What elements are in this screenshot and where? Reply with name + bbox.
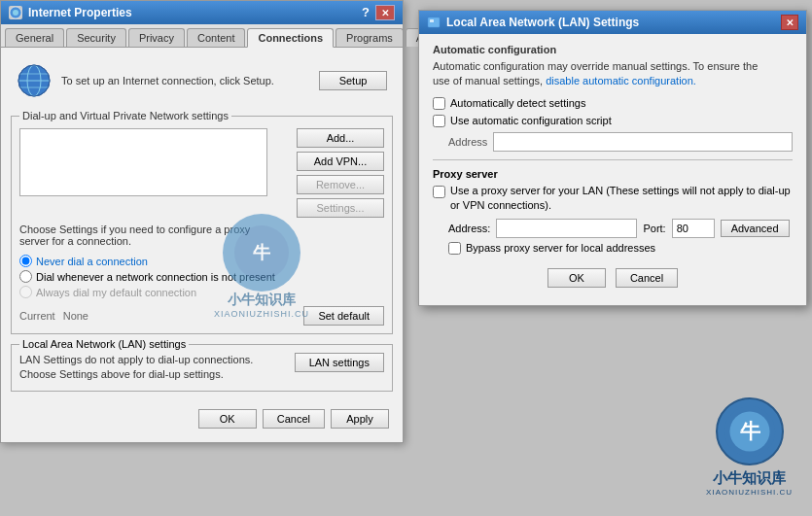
proxy-address-input[interactable] — [496, 219, 637, 238]
settings-button[interactable]: Settings... — [297, 198, 384, 218]
proxy-title: Proxy server — [433, 168, 793, 180]
radio-always-label: Always dial my default connection — [36, 287, 196, 298]
add-button[interactable]: Add... — [297, 128, 384, 148]
current-value: None — [63, 310, 88, 322]
internet-properties-titlebar: Internet Properties ? ✕ — [1, 1, 403, 24]
lan-text-line2: Choose Settings above for dial-up settin… — [19, 367, 253, 382]
tab-privacy[interactable]: Privacy — [128, 28, 185, 47]
bypass-row: Bypass proxy server for local addresses — [448, 242, 793, 255]
auto-config-title: Automatic configuration — [433, 44, 793, 55]
window-icon — [9, 6, 22, 19]
tab-programs[interactable]: Programs — [335, 28, 404, 47]
set-default-button[interactable]: Set default — [303, 306, 384, 326]
titlebar-left: Internet Properties — [9, 6, 132, 19]
logo-cn-text: 小牛知识库 — [706, 469, 793, 488]
radio-never-input[interactable] — [19, 255, 32, 267]
auto-config-desc1: Automatic configuration may override man… — [433, 60, 758, 72]
tab-connections[interactable]: Connections — [247, 28, 334, 48]
svg-rect-11 — [430, 19, 434, 22]
lan-description: LAN Settings do not apply to dial-up con… — [19, 353, 253, 383]
dialog-divider — [433, 159, 793, 160]
port-label: Port: — [643, 223, 665, 234]
proxy-configure-text: Choose Settings if you need to configure… — [19, 224, 267, 247]
auto-detect-row: Automatically detect settings — [433, 97, 793, 110]
dial-radio-group: Never dial a connection Dial whenever a … — [19, 255, 384, 298]
use-script-label: Use automatic configuration script — [450, 115, 612, 126]
lan-section: Local Area Network (LAN) settings LAN Se… — [11, 344, 393, 392]
dialog-icon — [427, 16, 441, 29]
logo-watermark: 牛 小牛知识库 XIAONIUZHISHI.CU — [706, 397, 793, 497]
radio-whenever-input[interactable] — [19, 270, 32, 283]
svg-point-13 — [729, 411, 769, 451]
proxy-checkbox[interactable] — [433, 186, 445, 198]
lan-dialog-close-button[interactable]: ✕ — [781, 15, 798, 30]
titlebar-controls: ? ✕ — [362, 5, 395, 20]
logo-circle: 牛 — [716, 397, 784, 465]
use-script-row: Use automatic configuration script — [433, 115, 793, 127]
bypass-label: Bypass proxy server for local addresses — [466, 242, 655, 254]
lan-dialog-title: Local Area Network (LAN) Settings — [446, 16, 639, 29]
lan-ok-button[interactable]: OK — [547, 268, 606, 288]
vpn-buttons: Add... Add VPN... Remove... Settings... — [297, 128, 384, 218]
radio-always-input[interactable] — [19, 286, 32, 298]
lan-dialog-content: Automatic configuration Automatic config… — [419, 34, 806, 305]
disable-link[interactable]: disable automatic configuration. — [546, 75, 696, 86]
bottom-buttons: OK Cancel Apply — [11, 401, 393, 432]
script-address-row: Address — [448, 132, 793, 152]
internet-properties-window: Internet Properties ? ✕ General Security… — [0, 0, 404, 443]
radio-never: Never dial a connection — [19, 255, 384, 267]
setup-button[interactable]: Setup — [319, 71, 387, 90]
advanced-button[interactable]: Advanced — [721, 220, 790, 237]
setup-section: To set up an Internet connection, click … — [11, 57, 393, 104]
proxy-address-row: Address: Port: Advanced — [448, 219, 793, 238]
tab-bar: General Security Privacy Content Connect… — [1, 24, 403, 48]
dialup-content: Add... Add VPN... Remove... Settings... — [19, 128, 384, 218]
current-connection-row: Current None Set default — [19, 306, 384, 326]
lan-content: LAN Settings do not apply to dial-up con… — [19, 353, 384, 383]
tab-security[interactable]: Security — [66, 28, 126, 47]
remove-button[interactable]: Remove... — [297, 175, 384, 194]
svg-point-12 — [724, 406, 774, 457]
add-vpn-button[interactable]: Add VPN... — [297, 152, 384, 171]
dialog-titlebar-left: Local Area Network (LAN) Settings — [427, 16, 639, 29]
use-script-checkbox[interactable] — [433, 115, 445, 127]
auto-config-desc: Automatic configuration may override man… — [433, 59, 793, 89]
proxy-use-row: Use a proxy server for your LAN (These s… — [433, 184, 793, 214]
close-button[interactable]: ✕ — [375, 5, 395, 20]
radio-whenever-label: Dial whenever a network connection is no… — [36, 271, 275, 283]
current-label: Current — [19, 310, 55, 322]
lan-cancel-button[interactable]: Cancel — [616, 268, 678, 288]
vpn-connection-list[interactable] — [19, 128, 267, 196]
auto-config-desc2: use of manual settings, — [433, 75, 546, 86]
window-title: Internet Properties — [28, 6, 132, 19]
script-address-label: Address — [448, 136, 487, 148]
lan-dialog: Local Area Network (LAN) Settings ✕ Auto… — [418, 10, 807, 306]
svg-text:牛: 牛 — [739, 420, 760, 442]
tab-content[interactable]: Content — [187, 28, 246, 47]
lan-settings-button[interactable]: LAN settings — [295, 353, 384, 372]
lan-section-title: Local Area Network (LAN) settings — [19, 338, 189, 350]
setup-description: To set up an Internet connection, click … — [61, 75, 309, 86]
dialup-section-title: Dial-up and Virtual Private Network sett… — [19, 110, 231, 121]
auto-detect-checkbox[interactable] — [433, 97, 445, 110]
tab-general[interactable]: General — [5, 28, 64, 47]
radio-whenever: Dial whenever a network connection is no… — [19, 270, 384, 283]
help-button[interactable]: ? — [362, 5, 370, 20]
proxy-label: Use a proxy server for your LAN (These s… — [450, 184, 793, 214]
lan-text-line1: LAN Settings do not apply to dial-up con… — [19, 353, 253, 367]
cancel-button[interactable]: Cancel — [263, 409, 325, 429]
connections-tab-content: To set up an Internet connection, click … — [1, 48, 403, 442]
auto-detect-label: Automatically detect settings — [450, 97, 585, 109]
internet-icon — [17, 63, 52, 98]
radio-never-label: Never dial a connection — [36, 256, 148, 267]
lan-dialog-titlebar: Local Area Network (LAN) Settings ✕ — [419, 11, 806, 34]
proxy-address-label: Address: — [448, 223, 490, 234]
svg-point-1 — [13, 10, 18, 16]
ok-button[interactable]: OK — [198, 409, 257, 429]
dialup-section: Dial-up and Virtual Private Network sett… — [11, 116, 393, 334]
logo-en-text: XIAONIUZHISHI.CU — [706, 488, 793, 497]
port-input[interactable] — [672, 219, 715, 238]
apply-button[interactable]: Apply — [331, 409, 389, 429]
script-address-input[interactable] — [493, 132, 793, 152]
bypass-checkbox[interactable] — [448, 242, 461, 255]
